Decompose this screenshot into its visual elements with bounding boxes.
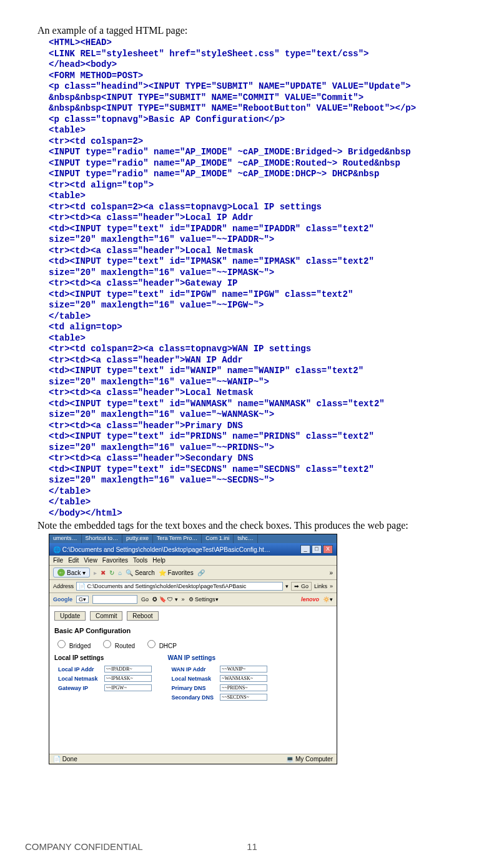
taskbar-item: tshc… xyxy=(234,534,258,543)
google-label: Google xyxy=(53,596,72,602)
menu-item[interactable]: Tools xyxy=(133,557,147,564)
config-row: Local Netmask xyxy=(56,674,154,682)
google-search-input[interactable] xyxy=(92,595,137,604)
local-input-1[interactable] xyxy=(104,675,152,682)
intro-text: An example of a tagged HTML page: xyxy=(37,25,467,36)
links-label: Links xyxy=(314,583,327,589)
done-icon: 📄 xyxy=(53,756,61,762)
menu-item[interactable]: Help xyxy=(152,557,166,564)
wan-input-3[interactable] xyxy=(220,694,267,701)
local-label-0: Local IP Addr xyxy=(56,665,101,673)
mode-radio-group: Bridged Routed DHCP xyxy=(54,638,332,649)
go-button[interactable]: ➡ Go xyxy=(291,582,312,591)
taskbar-item: putty.exe xyxy=(122,534,153,543)
local-input-2[interactable] xyxy=(104,684,152,691)
address-input[interactable]: 📄 C:\Documents and Settings\cholden\Desk… xyxy=(76,582,283,591)
menu-item[interactable]: View xyxy=(84,557,97,564)
forward-button[interactable]: ▸ xyxy=(94,569,97,576)
lenovo-logo: lenovo xyxy=(301,596,319,602)
config-row: Primary DNS xyxy=(169,684,270,692)
local-label-2: Gateway IP xyxy=(56,684,101,692)
window-title: 🌐 C:\Documents and Settings\cholden\Desk… xyxy=(53,546,270,553)
stop-button[interactable]: ✖ xyxy=(101,569,106,576)
reboot-button[interactable]: Reboot xyxy=(127,611,158,621)
favorites-button[interactable]: ⭐ Favorites xyxy=(159,569,194,576)
wan-label-0: WAN IP Addr xyxy=(169,665,217,673)
maximize-button[interactable]: □ xyxy=(312,545,322,554)
commit-button[interactable]: Commit xyxy=(90,611,122,621)
radio-routed[interactable]: Routed xyxy=(100,642,135,649)
minimize-button[interactable]: _ xyxy=(300,545,310,554)
taskbar-item: Com 1.ini xyxy=(202,534,234,543)
wan-label-2: Primary DNS xyxy=(169,684,217,692)
update-button[interactable]: Update xyxy=(54,611,86,621)
media-button[interactable]: 🔗 xyxy=(197,569,205,576)
rendered-screenshot: uments…Shortcut to…putty.exeTera Term Pr… xyxy=(49,534,337,764)
settings-button[interactable]: ⚙ Settings▾ xyxy=(189,596,219,602)
google-toolbar: Google G▾ Go ✪ 🔖 🛡 ▾ » ⚙ Settings▾ lenov… xyxy=(49,593,337,606)
taskbar-fragment: uments…Shortcut to…putty.exeTera Term Pr… xyxy=(49,534,337,543)
browser-toolbar: ← Back ▾ ▸ ✖ ↻ ⌂ 🔍 Search ⭐ Favorites 🔗 … xyxy=(49,566,337,580)
dropdown-icon: ▾ xyxy=(82,569,86,576)
config-row: Gateway IP xyxy=(56,684,154,692)
note-text: Note the embedded tags for the text boxe… xyxy=(37,520,467,531)
address-bar: Address 📄 C:\Documents and Settings\chol… xyxy=(49,580,337,593)
taskbar-item: Shortcut to… xyxy=(82,534,123,543)
page-content: Update Commit Reboot Basic AP Configurat… xyxy=(49,606,337,754)
status-bar: 📄 Done 💻 My Computer xyxy=(49,754,337,764)
toolbar-end-icon: 🔅▾ xyxy=(323,596,333,602)
ie-icon: 🌐 xyxy=(53,546,61,553)
radio-bridged[interactable]: Bridged xyxy=(54,642,91,649)
toolbar-chevron-icon: » xyxy=(329,569,333,576)
window-titlebar: 🌐 C:\Documents and Settings\cholden\Desk… xyxy=(49,543,337,556)
page-icon: 📄 xyxy=(79,583,86,589)
google-menu-icon[interactable]: G▾ xyxy=(76,596,89,603)
page-heading: Basic AP Configuration xyxy=(54,627,332,634)
config-row: Local Netmask xyxy=(169,674,270,682)
wan-ip-title: WAN IP settings xyxy=(168,654,272,661)
links-chevron-icon: » xyxy=(330,583,333,589)
menu-item[interactable]: Favorites xyxy=(102,557,128,564)
menu-item[interactable]: Edit xyxy=(68,557,79,564)
address-label: Address xyxy=(53,583,74,589)
status-done: 📄 Done xyxy=(53,756,77,762)
google-go-button[interactable]: Go xyxy=(141,596,149,602)
local-ip-title: Local IP settings xyxy=(54,654,156,661)
wan-label-3: Secondary DNS xyxy=(169,693,217,701)
code-block: <HTML><HEAD> <LINK REL="stylesheet" href… xyxy=(49,38,467,519)
taskbar-item: Tera Term Pro… xyxy=(153,534,202,543)
config-row: WAN IP Addr xyxy=(169,665,270,673)
status-zone: 💻 My Computer xyxy=(286,756,333,762)
wan-input-0[interactable] xyxy=(220,666,267,672)
refresh-button[interactable]: ↻ xyxy=(109,569,114,576)
google-chevron-icon: » xyxy=(182,596,185,602)
address-dropdown-icon[interactable]: ▾ xyxy=(285,583,289,589)
google-icons: ✪ 🔖 🛡 ▾ xyxy=(152,596,178,602)
local-ip-section: Local IP settings Local IP AddrLocal Net… xyxy=(54,654,156,702)
wan-label-1: Local Netmask xyxy=(169,674,217,682)
close-button[interactable]: X xyxy=(323,545,333,554)
taskbar-item: uments… xyxy=(49,534,82,543)
menu-item[interactable]: File xyxy=(53,557,63,564)
computer-icon: 💻 xyxy=(286,756,294,762)
local-input-0[interactable] xyxy=(104,666,152,672)
wan-input-1[interactable] xyxy=(220,675,267,682)
menubar: FileEditViewFavoritesToolsHelp xyxy=(49,556,337,566)
back-icon: ← xyxy=(57,569,65,576)
config-row: Local IP Addr xyxy=(56,665,154,673)
wan-input-2[interactable] xyxy=(220,684,267,691)
radio-dhcp[interactable]: DHCP xyxy=(144,642,177,649)
back-button[interactable]: ← Back ▾ xyxy=(53,568,90,578)
config-row: Secondary DNS xyxy=(169,693,270,701)
home-button[interactable]: ⌂ xyxy=(118,569,122,576)
search-button[interactable]: 🔍 Search xyxy=(126,569,154,576)
local-label-1: Local Netmask xyxy=(56,674,101,682)
wan-ip-section: WAN IP settings WAN IP AddrLocal Netmask… xyxy=(168,654,272,702)
